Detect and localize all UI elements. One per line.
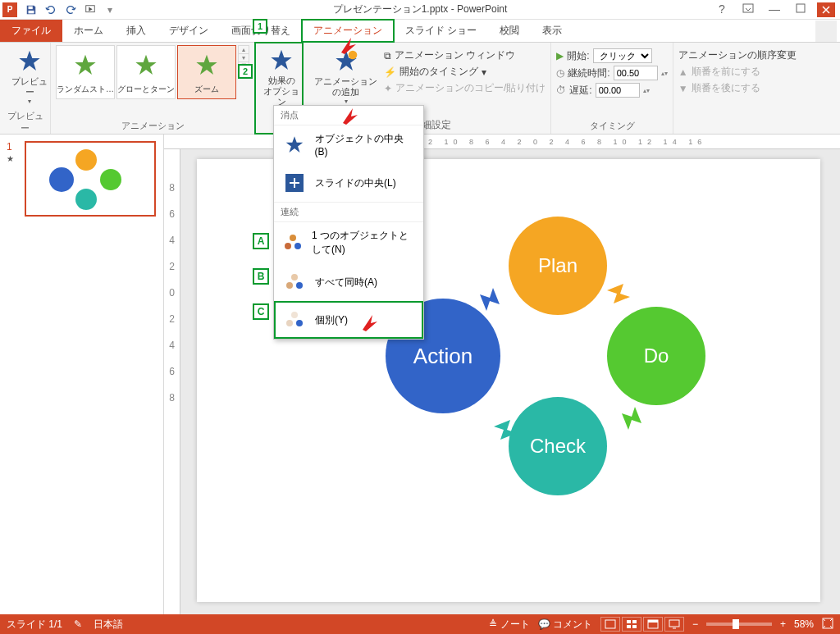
option-object-center[interactable]: オブジェクトの中央(B): [274, 125, 423, 164]
animation-painter-button: ✦アニメーションのコピー/貼り付け: [384, 81, 546, 95]
option-as-one-object[interactable]: 1 つのオブジェクトとして(N): [274, 222, 423, 263]
svg-rect-23: [669, 620, 679, 627]
anim-zoom[interactable]: ズーム: [177, 45, 236, 99]
dots-sequence-icon: [282, 308, 307, 332]
callout-a: A: [253, 233, 269, 249]
dots-row-icon: [282, 270, 307, 294]
tab-view[interactable]: 表示: [531, 20, 573, 42]
plus-square-icon: [282, 171, 307, 195]
reorder-title: アニメーションの順序変更: [678, 48, 797, 62]
app-icon: P: [2, 2, 17, 17]
minimize-icon[interactable]: —: [765, 2, 784, 17]
star-icon: [190, 49, 223, 82]
animation-pane-button[interactable]: ⧉アニメーション ウィンドウ: [384, 48, 546, 62]
reading-view-icon[interactable]: [643, 617, 663, 632]
start-select[interactable]: クリック時: [593, 48, 652, 63]
normal-view-icon[interactable]: [600, 617, 620, 632]
ribbon-options-icon[interactable]: [738, 2, 758, 17]
save-icon[interactable]: [23, 2, 39, 18]
duration-input[interactable]: [614, 66, 658, 80]
zoom-slider[interactable]: [706, 623, 772, 626]
zoom-in-icon[interactable]: +: [780, 618, 786, 630]
anim-random-stripes[interactable]: ランダムスト…: [56, 45, 115, 99]
status-slide-number: スライド 1/1: [7, 618, 62, 632]
smartart-do-circle[interactable]: Do: [607, 307, 705, 405]
callout-b: B: [253, 268, 269, 285]
close-icon[interactable]: [817, 2, 835, 17]
status-language[interactable]: 日本語: [94, 618, 123, 632]
option-all-at-once[interactable]: すべて同時(A): [274, 263, 423, 301]
qat-customize-icon[interactable]: ▾: [102, 2, 118, 18]
callout-c: C: [253, 303, 269, 320]
tab-insert[interactable]: 挿入: [115, 20, 158, 42]
comments-button[interactable]: 💬 コメント: [538, 618, 592, 632]
up-arrow-icon: ▲: [678, 66, 688, 78]
maximize-icon[interactable]: [791, 2, 810, 17]
ruler-horizontal: 16 14 12 10 8 6 4 2 0 2 4 6 8 10 12 14 1…: [164, 135, 840, 149]
gallery-up-icon[interactable]: ▴: [239, 46, 249, 53]
ruler-vertical: 864202468: [164, 149, 180, 614]
smartart-plan-circle[interactable]: Plan: [509, 217, 607, 315]
thumb-number: 1: [7, 141, 12, 153]
trigger-icon: ⚡: [384, 66, 396, 78]
svg-point-11: [286, 282, 293, 289]
fit-to-window-icon[interactable]: [822, 618, 833, 632]
sorter-view-icon[interactable]: [622, 617, 641, 632]
thumb-anim-star-icon: ★: [7, 154, 14, 163]
slide-thumbnail[interactable]: [25, 141, 156, 217]
slideshow-view-icon[interactable]: [664, 617, 684, 632]
svg-rect-22: [648, 620, 658, 623]
dots-cluster-icon: [282, 230, 304, 255]
pane-icon: ⧉: [384, 50, 391, 62]
dropdown-section-sequence: 連続: [274, 202, 423, 222]
red-cursor-arrow-icon: [361, 313, 379, 331]
zoom-value[interactable]: 58%: [794, 618, 814, 630]
svg-point-13: [291, 312, 298, 318]
svg-rect-19: [627, 625, 631, 628]
gallery-down-icon[interactable]: ▾: [239, 53, 249, 62]
tab-design[interactable]: デザイン: [158, 20, 220, 42]
effect-options-dropdown: 消点 オブジェクトの中央(B) スライドの中央(L) 連続 1 つのオブジェクト…: [273, 105, 424, 340]
tab-file[interactable]: ファイル: [0, 20, 62, 42]
svg-point-10: [291, 274, 298, 281]
arrow-icon: [605, 282, 633, 310]
move-later-button: ▼順番を後にする: [678, 81, 797, 95]
svg-rect-1: [29, 10, 34, 13]
red-cursor-arrow-icon: [341, 107, 359, 125]
svg-point-9: [294, 243, 301, 249]
option-slide-center[interactable]: スライドの中央(L): [274, 164, 423, 202]
add-animation-button[interactable]: アニメーション の追加 ▾: [308, 45, 384, 108]
trigger-button[interactable]: ⚡開始のタイミング ▾: [384, 65, 546, 79]
user-icon[interactable]: [815, 21, 837, 42]
arrow-icon: [480, 286, 508, 314]
painter-icon: ✦: [384, 83, 392, 94]
effect-options-star-icon: [268, 48, 294, 74]
preview-button[interactable]: プレビュー ▾: [5, 45, 54, 108]
zoom-out-icon[interactable]: −: [692, 618, 698, 630]
group-timing: タイミング: [556, 118, 667, 134]
tab-slideshow[interactable]: スライド ショー: [394, 20, 488, 42]
anim-glow-turn[interactable]: グローとターン: [116, 45, 176, 99]
undo-icon[interactable]: [43, 2, 59, 18]
tab-review[interactable]: 校閲: [488, 20, 531, 42]
preview-star-icon: [16, 48, 43, 75]
start-from-beginning-icon[interactable]: [82, 2, 98, 18]
svg-point-15: [296, 320, 303, 326]
tab-home[interactable]: ホーム: [62, 20, 115, 42]
svg-point-14: [286, 320, 293, 326]
star-icon: [130, 49, 162, 82]
smartart-check-circle[interactable]: Check: [509, 397, 607, 495]
help-icon[interactable]: ?: [712, 2, 732, 17]
move-earlier-button: ▲順番を前にする: [678, 65, 797, 79]
start-play-icon: ▶: [556, 50, 564, 62]
red-cursor-arrow-icon: [340, 36, 358, 54]
delay-input[interactable]: [596, 83, 640, 98]
spellcheck-icon[interactable]: ✎: [74, 618, 82, 630]
notes-button[interactable]: ≜ ノート: [489, 618, 529, 632]
svg-rect-0: [29, 6, 33, 9]
duration-icon: ◷: [556, 67, 564, 79]
redo-icon[interactable]: [62, 2, 79, 18]
delay-icon: ⏱: [556, 84, 566, 96]
option-one-by-one[interactable]: 個別(Y): [274, 301, 423, 339]
svg-rect-16: [605, 620, 615, 628]
